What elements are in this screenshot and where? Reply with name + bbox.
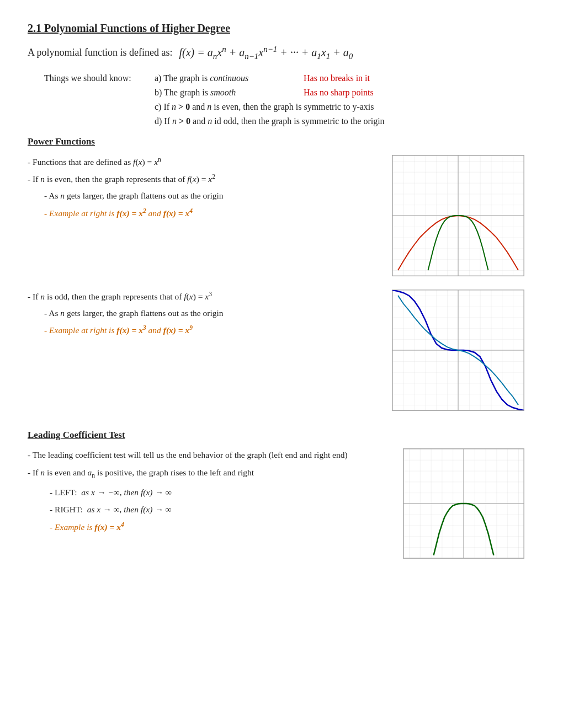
lct-text-col: - The leading coefficient test will tell… (28, 448, 386, 561)
pf-bullet-6: - As n gets larger, the graph flattens o… (44, 307, 375, 319)
thing-a-red: Has no breaks in it (304, 73, 403, 83)
lct-b2: - If n is even and an is positive, the g… (28, 466, 386, 481)
things-table: Things we should know: a) The graph is c… (44, 73, 535, 126)
thing-a-text: a) The graph is continuous (155, 73, 298, 83)
power-functions-title: Power Functions (28, 136, 535, 147)
lct-graph-col (403, 448, 535, 561)
things-row-d: d) If n > 0 and n id odd, then the graph… (44, 116, 535, 126)
even-power-text: - Functions that are defined as f(x) = x… (28, 155, 375, 279)
thing-b-text: b) The graph is smooth (155, 88, 298, 98)
things-label: Things we should know: (44, 73, 149, 83)
pf-bullet-4: - Example at right is f(x) = x2 and f(x)… (44, 206, 375, 220)
things-row-a: Things we should know: a) The graph is c… (44, 73, 535, 83)
lct-right: - RIGHT: as x → ∞, then f(x) → ∞ (50, 503, 386, 517)
pf-bullet-5: - If n is odd, then the graph represents… (28, 290, 375, 303)
poly-def-label: A polynomial function is defined as: (28, 47, 172, 58)
odd-power-graph (392, 290, 535, 413)
page-title: 2.1 Polynomial Functions of Higher Degre… (28, 22, 535, 35)
odd-power-svg (392, 290, 524, 411)
things-row-c: c) If n > 0 and n is even, then the grap… (44, 102, 535, 112)
things-row-b: b) The graph is smooth Has no sharp poin… (44, 88, 535, 98)
pf-bullet-7: - Example at right is f(x) = x3 and f(x)… (44, 323, 375, 336)
lct-content-row: - The leading coefficient test will tell… (28, 448, 535, 561)
lct-title: Leading Coefficient Test (28, 430, 535, 441)
thing-d-text: d) If n > 0 and n id odd, then the graph… (155, 116, 385, 126)
lct-left: - LEFT: as x → −∞, then f(x) → ∞ (50, 486, 386, 500)
pf-bullet-2: - If n is even, then the graph represent… (28, 172, 375, 185)
thing-b-red: Has no sharp points (304, 88, 403, 98)
poly-formula: f(x) = anxn + an−1xn−1 + ··· + a1x1 + a0 (179, 45, 353, 61)
poly-definition-row: A polynomial function is defined as: f(x… (28, 45, 535, 61)
even-power-block: - Functions that are defined as f(x) = x… (28, 155, 535, 279)
odd-power-block: - If n is odd, then the graph represents… (28, 290, 535, 413)
lct-b1: - The leading coefficient test will tell… (28, 448, 386, 462)
lct-svg (403, 448, 524, 559)
pf-bullet-1: - Functions that are defined as f(x) = x… (28, 155, 375, 168)
odd-power-text: - If n is odd, then the graph represents… (28, 290, 375, 413)
even-power-svg (392, 155, 524, 276)
pf-bullet-3: - As n gets larger, the graph flattens o… (44, 189, 375, 202)
thing-c-text: c) If n > 0 and n is even, then the grap… (155, 102, 374, 112)
even-power-graph (392, 155, 535, 279)
lct-section: Leading Coefficient Test - The leading c… (28, 430, 535, 561)
lct-example: - Example is f(x) = x4 (50, 520, 386, 534)
